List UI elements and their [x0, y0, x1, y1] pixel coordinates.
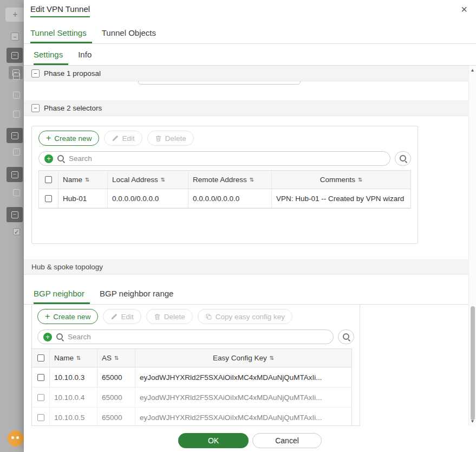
scrollbar-thumb[interactable]: [471, 306, 475, 420]
background-group-icon: −: [6, 207, 23, 222]
minus-icon: −: [13, 34, 16, 40]
table-row[interactable]: 10.10.0.3 65000 eyJodWJHYXRld2F5SXAiOiIx…: [32, 367, 351, 388]
tab-info[interactable]: Info: [70, 44, 99, 65]
phase2-toolbar: + Create new Edit Delete: [32, 126, 418, 146]
edit-vpn-tunnel-dialog: Edit VPN Tunnel × Tunnel Settings Tunnel…: [24, 0, 476, 452]
tab-label: Tunnel Settings: [30, 28, 87, 37]
table-row[interactable]: 10.10.0.4 65000 eyJodWJHYXRld2F5SXAiOiIx…: [32, 388, 351, 408]
search-field[interactable]: [68, 333, 328, 341]
bgp-tabs: BGP neighbor BGP neighbor range: [24, 282, 476, 305]
minus-icon: −: [13, 212, 16, 217]
edit-button[interactable]: Edit: [103, 309, 141, 324]
column-header-as[interactable]: AS ⇅: [97, 349, 135, 367]
select-all-checkbox[interactable]: [45, 176, 52, 183]
sort-icon: ⇅: [85, 177, 89, 183]
sort-icon: ⇅: [76, 355, 81, 361]
bgp-neighbor-panel: + Create new Edit Delete Copy easy confi…: [31, 305, 360, 426]
minus-icon: −: [13, 133, 16, 138]
row-checkbox[interactable]: [45, 195, 52, 202]
section-label: Hub & spoke topology: [31, 263, 103, 271]
tab-label: BGP neighbor: [34, 289, 84, 298]
row-checkbox[interactable]: [37, 414, 44, 421]
scroll-down-icon[interactable]: ▼: [469, 418, 476, 425]
cell-as: 65000: [97, 408, 135, 426]
column-header-name[interactable]: Name ⇅: [58, 171, 107, 189]
search-input: +: [37, 330, 334, 344]
dialog-titlebar: Edit VPN Tunnel ×: [24, 0, 476, 22]
minus-icon: −: [13, 172, 16, 177]
cell-local-address: 0.0.0.0/0.0.0.0: [107, 189, 188, 208]
trash-icon: [155, 135, 162, 142]
search-field[interactable]: [69, 154, 384, 163]
table-row[interactable]: Hub-01 0.0.0.0/0.0.0.0 0.0.0.0/0.0.0.0 V…: [39, 189, 410, 208]
minus-icon: −: [13, 53, 16, 58]
background-checkbox: [13, 73, 20, 80]
section-phase1-proposal: − Phase 1 proposal: [24, 66, 468, 81]
column-header-easy-config-key[interactable]: Easy Config Key ⇅: [135, 349, 351, 367]
plus-icon: +: [46, 134, 51, 143]
ok-button[interactable]: OK: [178, 433, 249, 448]
sort-icon: ⇅: [250, 177, 254, 183]
collapse-group-icon: −: [11, 211, 18, 218]
add-filter-icon[interactable]: +: [43, 333, 52, 341]
section-label: Phase 2 selectors: [44, 104, 102, 112]
column-header-comments[interactable]: Comments ⇅: [271, 171, 410, 189]
delete-button[interactable]: Delete: [146, 309, 193, 324]
column-header-label: Name: [63, 176, 82, 184]
cell-easy-config-key: eyJodWJHYXRld2F5SXAiOiIxMC4xMDAuNjQuMTAx…: [135, 367, 351, 388]
collapse-group-icon: −: [11, 171, 18, 178]
settings-subtabs: Settings Info: [24, 44, 476, 66]
create-new-button[interactable]: + Create new: [37, 309, 98, 324]
tab-settings[interactable]: Settings: [34, 44, 70, 65]
table-row[interactable]: 10.10.0.5 65000 eyJodWJHYXRld2F5SXAiOiIx…: [32, 408, 351, 426]
close-icon[interactable]: ×: [461, 3, 467, 15]
plus-icon: +: [45, 312, 50, 321]
phase2-selectors-panel: + Create new Edit Delete +: [31, 126, 418, 244]
search-icon: [57, 154, 65, 163]
dialog-scrollbar[interactable]: ▲ ▼: [468, 66, 476, 426]
search-button[interactable]: [395, 151, 411, 166]
collapse-icon[interactable]: −: [31, 104, 40, 112]
column-header-label: Easy Config Key: [213, 354, 267, 362]
column-header-name[interactable]: Name ⇅: [49, 349, 97, 367]
row-checkbox[interactable]: [37, 374, 44, 381]
tab-tunnel-settings[interactable]: Tunnel Settings: [30, 22, 94, 43]
background-collapse-icon: −: [11, 33, 19, 41]
search-button[interactable]: [338, 330, 354, 344]
sort-icon: ⇅: [161, 177, 165, 183]
tab-tunnel-objects[interactable]: Tunnel Objects: [94, 22, 164, 43]
pencil-icon: [110, 313, 118, 320]
scroll-up-icon[interactable]: ▲: [469, 67, 476, 74]
trash-icon: [154, 313, 161, 320]
tab-label: Tunnel Objects: [102, 28, 156, 37]
collapse-icon[interactable]: −: [31, 69, 40, 78]
background-checked-checkbox: ✓: [13, 228, 20, 235]
row-checkbox[interactable]: [37, 394, 44, 401]
select-all-checkbox[interactable]: [37, 354, 44, 361]
column-header-label: Comments: [320, 176, 355, 184]
button-label: Delete: [164, 313, 185, 321]
table-header-row: Name ⇅ Local Address ⇅ Remote Address ⇅ …: [39, 171, 410, 189]
plus-icon: +: [45, 333, 50, 341]
button-label: Create new: [53, 313, 90, 321]
edit-button[interactable]: Edit: [104, 131, 142, 146]
delete-button[interactable]: Delete: [147, 131, 194, 146]
background-page: + − − − − − − ✓: [0, 0, 24, 452]
dialog-footer: OK Cancel: [24, 429, 476, 452]
copy-easy-config-key-button[interactable]: Copy easy config key: [198, 309, 292, 324]
column-header-remote-address[interactable]: Remote Address ⇅: [188, 171, 271, 189]
cell-easy-config-key: eyJodWJHYXRld2F5SXAiOiIxMC4xMDAuNjQuMTAx…: [135, 408, 351, 426]
background-create-button: +: [5, 8, 25, 22]
search-icon: [342, 333, 350, 341]
cancel-button[interactable]: Cancel: [252, 433, 322, 448]
sort-icon: ⇅: [358, 177, 362, 183]
help-chat-icon: [8, 430, 24, 447]
add-filter-icon[interactable]: +: [44, 154, 53, 163]
column-header-local-address[interactable]: Local Address ⇅: [107, 171, 188, 189]
create-new-button[interactable]: + Create new: [38, 131, 99, 146]
tab-bgp-neighbor[interactable]: BGP neighbor: [34, 282, 92, 304]
tab-bgp-neighbor-range[interactable]: BGP neighbor range: [92, 282, 181, 304]
column-header-label: Remote Address: [193, 176, 247, 184]
button-label: Edit: [121, 313, 133, 321]
background-checkbox: [13, 189, 20, 196]
